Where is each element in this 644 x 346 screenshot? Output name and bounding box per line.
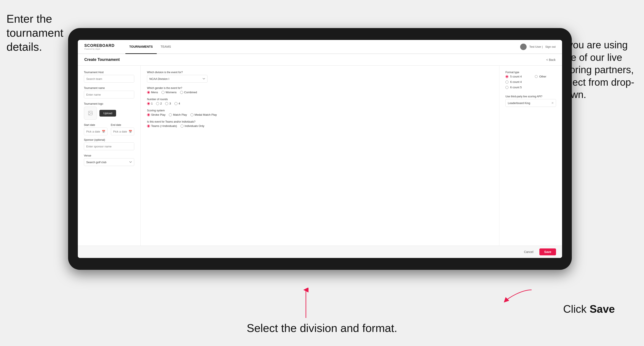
name-field-group: Tournament name [84,87,134,98]
format-field-group: Format type 5 count 4 6 count [506,71,556,91]
calendar-icon-end: 📅 [129,130,132,133]
format-6count5[interactable]: 6 count 5 [506,86,522,89]
middle-column: Which division is the event for? NCAA Di… [140,66,500,246]
arrow-bottom-center [303,288,309,320]
gender-combined[interactable]: Combined [180,91,197,94]
scoring-stroke-label: Stroke Play [151,113,166,116]
live-scoring-label: Use third-party live scoring API? [506,95,556,98]
nav-teams[interactable]: TEAMS [157,40,175,54]
navbar: SCOREBOARD Powered by clippit TOURNAMENT… [78,40,562,54]
date-row: Start date 📅 End date 📅 [84,124,134,135]
event-teams-label: Teams (+Individuals) [151,124,177,128]
round-4-radio[interactable] [174,102,178,105]
gender-combined-radio[interactable] [180,91,183,94]
event-individuals[interactable]: Individuals Only [180,124,204,128]
round-3[interactable]: 3 [165,102,171,105]
round-4[interactable]: 4 [174,102,180,105]
gender-womens[interactable]: Womens [162,91,176,94]
brand-sub: Powered by clippit [84,48,114,50]
live-scoring-clear-icon[interactable]: ✕ [551,101,554,105]
format-6count4[interactable]: 6 count 4 [506,80,522,84]
logo-field-group: Tournament logo Upload [84,102,134,120]
content-header: Create Tournament Back [78,54,562,66]
host-label: Tournament Host [84,71,134,74]
sponsor-input[interactable] [84,143,134,150]
form-area: Tournament Host Tournament name Tourname… [78,66,562,246]
save-button[interactable]: Save [539,248,556,255]
round-3-radio[interactable] [165,102,168,105]
format-5count4-radio[interactable] [506,75,508,78]
format-6count4-label: 6 count 4 [510,80,522,84]
event-type-label: Is this event for Teams and/or Individua… [147,120,493,123]
format-row: 5 count 4 6 count 4 6 count 5 [506,75,556,91]
end-date-field: End date 📅 [111,124,134,135]
format-6count5-radio[interactable] [506,86,508,89]
format-6count4-radio[interactable] [506,81,508,84]
round-2[interactable]: 2 [156,102,162,105]
division-select-wrap: NCAA Division I [147,75,493,83]
scoring-medal-radio[interactable] [190,113,194,116]
gender-mens-radio[interactable] [147,91,150,94]
live-scoring-input[interactable] [506,99,556,107]
calendar-icon-start: 📅 [102,130,105,133]
venue-select[interactable]: Search golf club [84,158,134,166]
scoring-stroke-radio[interactable] [147,113,150,116]
round-1[interactable]: 1 [147,102,152,105]
round-3-label: 3 [169,102,171,105]
gender-womens-radio[interactable] [162,91,164,94]
end-date-label: End date [111,124,134,127]
gender-mens[interactable]: Mens [147,91,158,94]
format-other[interactable]: Other [535,75,546,78]
left-column: Tournament Host Tournament name Tourname… [78,66,140,246]
svg-point-2 [89,112,90,113]
scoring-medal[interactable]: Medal Match Play [190,113,217,116]
brand-title: SCOREBOARD [84,43,114,48]
gender-womens-label: Womens [166,91,176,94]
logo-placeholder [84,107,97,120]
scoring-match-radio[interactable] [169,113,172,116]
navbar-links: TOURNAMENTS TEAMS [126,40,520,53]
round-1-radio[interactable] [147,102,150,105]
division-select[interactable]: NCAA Division I [147,75,208,83]
event-type-field-group: Is this event for Teams and/or Individua… [147,120,493,128]
upload-button[interactable]: Upload [100,110,116,117]
nav-tournaments[interactable]: TOURNAMENTS [126,40,157,54]
main-content: Create Tournament Back Tournament Host T… [78,54,562,258]
format-5count4[interactable]: 5 count 4 [506,75,522,78]
rounds-field-group: Number of rounds 1 2 [147,98,493,105]
live-scoring-field-group: Use third-party live scoring API? ✕ [506,95,556,107]
scoring-match-label: Match Play [173,113,187,116]
gender-field-group: Which gender is the event for? Mens Wome… [147,87,493,94]
user-avatar [520,44,526,50]
scoring-stroke[interactable]: Stroke Play [147,113,166,116]
navbar-username: Test User | [529,45,542,48]
event-individuals-radio[interactable] [180,125,184,128]
name-label: Tournament name [84,87,134,90]
start-date-label: Start date [84,124,108,127]
back-link[interactable]: Back [546,58,556,61]
division-label: Which division is the event for? [147,71,493,74]
format-other-radio[interactable] [535,75,538,78]
gender-combined-label: Combined [184,91,197,94]
scoring-match[interactable]: Match Play [169,113,187,116]
annotation-top-right: If you are using one of our live scoring… [560,39,642,101]
venue-field-group: Venue Search golf club [84,154,134,166]
page-title: Create Tournament [84,57,120,62]
annotation-bottom-center: Select the division and format. [247,321,397,335]
round-1-label: 1 [151,102,152,105]
end-date-wrap: 📅 [111,128,134,135]
form-footer: Cancel Save [78,246,562,258]
search-team-input[interactable] [84,75,134,83]
navbar-signout[interactable]: Sign out [545,45,556,48]
navbar-brand: SCOREBOARD Powered by clippit [84,43,114,50]
event-teams-radio[interactable] [147,125,150,128]
tournament-name-input[interactable] [84,91,134,98]
cancel-button[interactable]: Cancel [520,248,537,255]
format-label: Format type [506,71,556,74]
round-2-radio[interactable] [156,102,159,105]
event-teams[interactable]: Teams (+Individuals) [147,124,177,128]
round-4-label: 4 [178,102,180,105]
rounds-radio-group: 1 2 3 [147,102,493,105]
round-2-label: 2 [160,102,162,105]
scoring-field-group: Scoring system Stroke Play Match Play [147,109,493,116]
